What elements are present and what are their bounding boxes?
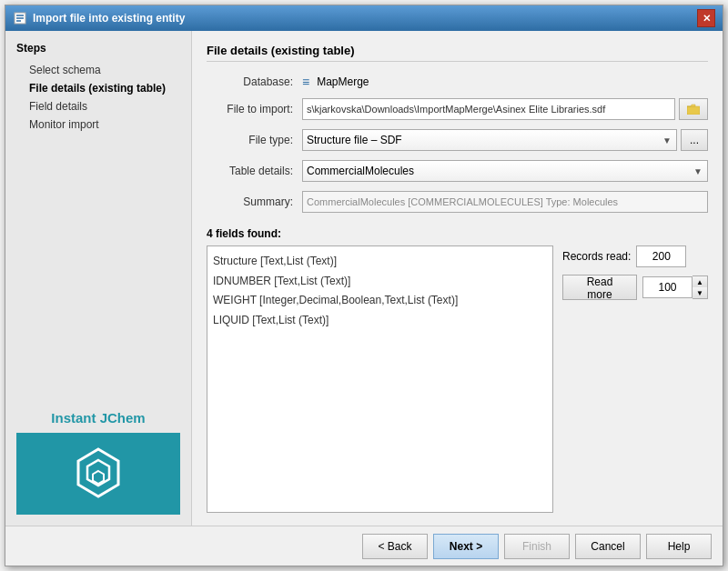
records-read-label: Records read: [562,250,631,263]
dialog-icon [13,11,27,25]
table-details-value-area: CommercialMolecules ▼ [302,160,708,182]
back-button[interactable]: < Back [362,534,428,559]
table-select[interactable]: CommercialMolecules [302,160,708,182]
file-type-more-button[interactable]: ... [681,129,708,151]
sidebar: Steps Select schema File details (existi… [5,31,192,526]
table-details-label: Table details: [207,165,302,177]
next-button[interactable]: Next > [433,534,499,559]
fields-section: 4 fields found: Structure [Text,List (Te… [207,227,708,513]
step-3: Field details [29,100,180,113]
database-icon: ≡ [302,75,309,89]
fields-right-panel: Records read: Read more ▲ ▼ [562,245,708,513]
steps-section: Steps Select schema File details (existi… [16,42,180,136]
svg-marker-4 [78,449,118,496]
fields-found-label: 4 fields found: [207,227,708,240]
main-dialog: Import file into existing entity ✕ Steps… [5,5,723,566]
field-item-0: Structure [Text,List (Text)] [213,252,547,272]
read-more-row: Read more ▲ ▼ [562,275,708,300]
folder-icon [687,104,700,115]
brand-icon-box [16,433,180,515]
field-item-3: LIQUID [Text,List (Text)] [213,311,547,331]
title-bar: Import file into existing entity ✕ [5,5,723,31]
file-import-row: File to import: [207,98,708,120]
cancel-button[interactable]: Cancel [575,534,641,559]
field-item-2: WEIGHT [Integer,Decimal,Boolean,Text,Lis… [213,291,547,311]
database-value-area: ≡ MapMerge [302,75,708,89]
dialog-title: Import file into existing entity [33,12,185,25]
summary-row: Summary: [207,191,708,213]
records-read-row: Records read: [562,245,708,267]
step-1: Select schema [29,64,180,76]
main-content: File details (existing table) Database: … [192,31,723,526]
summary-value-area [302,191,708,213]
fields-list-box: Structure [Text,List (Text)] IDNUMBER [T… [207,245,553,513]
dialog-body: Steps Select schema File details (existi… [5,31,723,526]
file-type-label: File type: [207,134,302,146]
steps-title: Steps [16,42,180,55]
browse-file-button[interactable] [679,98,708,120]
section-title: File details (existing table) [207,44,708,62]
summary-label: Summary: [207,195,302,208]
spinner-wrapper: ▲ ▼ [642,275,708,299]
file-import-label: File to import: [207,103,302,115]
brand-name: Instant JChem [51,410,145,426]
file-type-value-area: Structure file – SDF CSV Excel Mol ▼ ... [302,129,708,151]
file-path-input[interactable] [302,98,675,120]
database-label: Database: [207,75,302,88]
step-4: Monitor import [29,118,180,131]
finish-button[interactable]: Finish [504,534,570,559]
steps-list: Select schema File details (existing tab… [16,64,180,131]
svg-marker-8 [687,105,695,106]
brand-area: Instant JChem [16,410,180,515]
hex-logo-icon [66,442,130,506]
read-more-button[interactable]: Read more [562,275,637,300]
spinner-input[interactable] [642,276,693,298]
svg-marker-5 [87,460,109,486]
fields-content: Structure [Text,List (Text)] IDNUMBER [T… [207,245,708,513]
close-button[interactable]: ✕ [697,9,715,27]
summary-input [302,191,708,213]
field-item-1: IDNUMBER [Text,List (Text)] [213,272,547,292]
spinner-down-button[interactable]: ▼ [693,287,707,298]
file-import-value-area [302,98,708,120]
file-type-select[interactable]: Structure file – SDF CSV Excel Mol [302,129,677,151]
table-details-row: Table details: CommercialMolecules ▼ [207,160,708,182]
help-button[interactable]: Help [646,534,712,559]
database-row: Database: ≡ MapMerge [207,75,708,89]
step-2: File details (existing table) [29,82,180,95]
spinner-buttons: ▲ ▼ [693,275,708,299]
table-select-wrapper: CommercialMolecules ▼ [302,160,708,182]
title-bar-left: Import file into existing entity [13,11,185,25]
dialog-footer: < Back Next > Finish Cancel Help [5,526,723,566]
spinner-up-button[interactable]: ▲ [693,276,707,287]
file-type-row: File type: Structure file – SDF CSV Exce… [207,129,708,151]
file-type-select-wrapper: Structure file – SDF CSV Excel Mol ▼ [302,129,677,151]
database-name: MapMerge [317,75,369,88]
svg-rect-7 [687,106,700,115]
svg-marker-6 [93,471,104,484]
records-read-input[interactable] [636,245,686,267]
